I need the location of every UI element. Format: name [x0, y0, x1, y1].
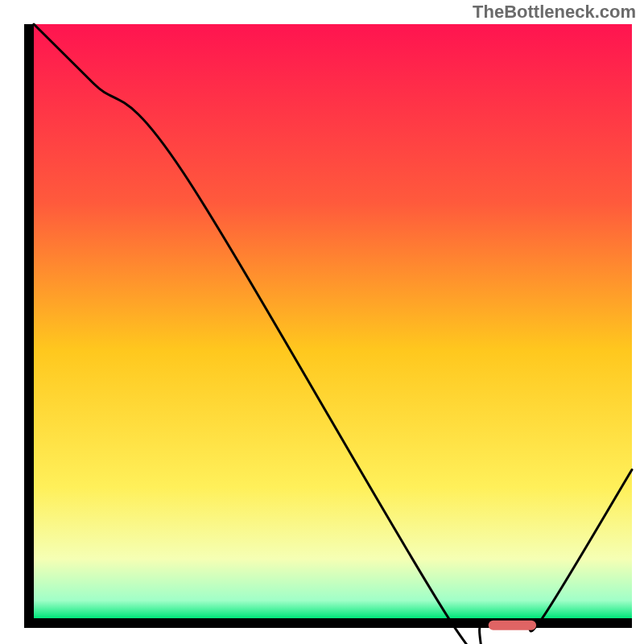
optimum-marker	[489, 621, 536, 630]
watermark-text: TheBottleneck.com	[473, 2, 636, 23]
gradient-background	[34, 24, 632, 618]
bottleneck-chart	[0, 0, 644, 644]
y-axis	[24, 24, 34, 628]
chart-frame: TheBottleneck.com	[0, 0, 644, 644]
